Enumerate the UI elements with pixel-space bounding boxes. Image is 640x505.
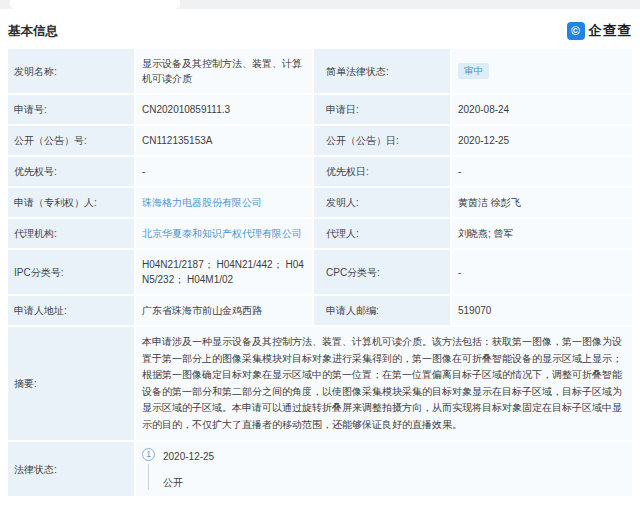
application-number-value: CN202010859111.3 — [136, 95, 312, 124]
section-title: 基本信息 — [8, 23, 58, 40]
priority-date-label: 优先权日: — [314, 157, 450, 186]
timeline-rail: 1 — [142, 448, 155, 490]
publication-number-value: CN112135153A — [136, 126, 312, 155]
qichacha-logo-icon: © — [567, 22, 585, 40]
top-edge-strip — [0, 0, 640, 9]
basic-info-table: 发明名称: 显示设备及其控制方法、装置、计算机可读介质 简单法律状态: 审中 申… — [8, 49, 632, 496]
agency-link[interactable]: 北京华夏泰和知识产权代理有限公司 — [142, 226, 302, 241]
top-edge-notch — [10, 0, 180, 9]
applicant-address-label: 申请人地址: — [8, 296, 134, 325]
ipc-class-label: IPC分类号: — [8, 250, 134, 294]
timeline-event-body: 2020-12-25 公开 — [163, 448, 214, 490]
application-date-label: 申请日: — [314, 95, 450, 124]
applicant-label: 申请（专利权）人: — [8, 188, 134, 217]
qichacha-logo: © 企查查 — [567, 22, 633, 40]
simple-legal-status-label: 简单法律状态: — [314, 49, 450, 93]
abstract-text: 本申请涉及一种显示设备及其控制方法、装置、计算机可读介质。该方法包括：获取第一图… — [136, 327, 632, 440]
application-number-label: 申请号: — [8, 95, 134, 124]
invention-name-value: 显示设备及其控制方法、装置、计算机可读介质 — [136, 49, 312, 93]
priority-date-value: - — [452, 157, 632, 186]
abstract-label: 摘要: — [8, 327, 134, 440]
priority-number-value: - — [136, 157, 312, 186]
timeline-line — [148, 464, 149, 490]
legal-status-value: 公开 — [163, 475, 214, 490]
application-date-value: 2020-08-24 — [452, 95, 632, 124]
legal-status-date: 2020-12-25 — [163, 449, 214, 464]
priority-number-label: 优先权号: — [8, 157, 134, 186]
invention-name-label: 发明名称: — [8, 49, 134, 93]
agent-label: 代理人: — [314, 219, 450, 248]
legal-status-event: 1 2020-12-25 公开 — [142, 448, 626, 490]
publication-date-label: 公开（公告）日: — [314, 126, 450, 155]
applicant-link[interactable]: 珠海格力电器股份有限公司 — [142, 195, 262, 210]
agent-value: 刘晓燕; 曾军 — [452, 219, 632, 248]
ipc-class-value: H04N21/2187； H04N21/442； H04N5/232； H04M… — [136, 250, 312, 294]
legal-status-label: 法律状态: — [8, 442, 134, 496]
simple-legal-status-cell: 审中 — [452, 49, 632, 93]
cpc-class-value: - — [452, 250, 632, 294]
timeline-step-number: 1 — [142, 448, 155, 461]
applicant-zipcode-label: 申请人邮编: — [314, 296, 450, 325]
status-badge: 审中 — [458, 63, 489, 79]
agency-cell: 北京华夏泰和知识产权代理有限公司 — [136, 219, 312, 248]
inventor-value: 黄茵洁 徐彭飞 — [452, 188, 632, 217]
cpc-class-label: CPC分类号: — [314, 250, 450, 294]
applicant-address-value: 广东省珠海市前山金鸡西路 — [136, 296, 312, 325]
agency-label: 代理机构: — [8, 219, 134, 248]
applicant-zipcode-value: 519070 — [452, 296, 632, 325]
publication-date-value: 2020-12-25 — [452, 126, 632, 155]
page-header: 基本信息 © 企查查 — [8, 22, 632, 40]
applicant-cell: 珠海格力电器股份有限公司 — [136, 188, 312, 217]
inventor-label: 发明人: — [314, 188, 450, 217]
legal-status-timeline: 1 2020-12-25 公开 — [136, 442, 632, 496]
publication-number-label: 公开（公告）号: — [8, 126, 134, 155]
qichacha-logo-text: 企查查 — [589, 22, 633, 40]
